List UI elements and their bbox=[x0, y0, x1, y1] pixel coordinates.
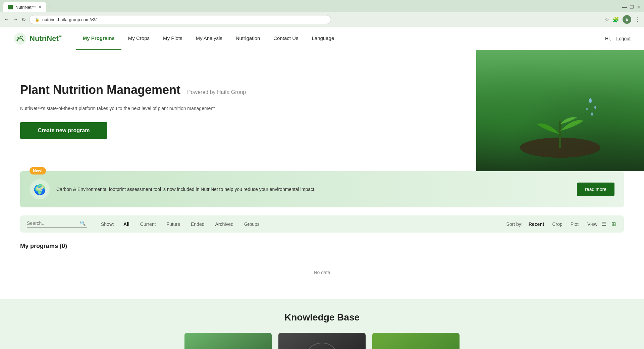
no-data-message: No data bbox=[20, 256, 624, 289]
filter-future[interactable]: Future bbox=[164, 220, 183, 228]
svg-point-6 bbox=[591, 112, 593, 116]
logo-text: NutriNet™ bbox=[30, 34, 63, 43]
new-feature-banner: New! 🌍 Carbon & Environmental footprint … bbox=[20, 171, 624, 207]
new-badge: New! bbox=[30, 167, 46, 174]
tab-close-button[interactable]: ✕ bbox=[39, 5, 42, 9]
hero-subtitle: Powered by Haifa Group bbox=[187, 89, 246, 95]
menu-icon[interactable]: ⋮ bbox=[635, 16, 640, 23]
search-icon: 🔍 bbox=[80, 220, 86, 226]
knowledge-card-1[interactable] bbox=[184, 333, 272, 349]
knowledge-base-section: Knowledge Base bbox=[0, 299, 644, 349]
extensions-icon[interactable]: 🧩 bbox=[612, 16, 619, 23]
sort-section: Sort by: Recent Crop Plot bbox=[506, 220, 580, 228]
lock-icon: 🔒 bbox=[35, 17, 40, 22]
create-program-button[interactable]: Create new program bbox=[20, 122, 107, 139]
address-bar[interactable]: 🔒 nutrinet.haifa-group.com/v3/ bbox=[29, 15, 331, 24]
reload-button[interactable]: ↻ bbox=[21, 16, 26, 23]
svg-point-7 bbox=[586, 108, 588, 110]
knowledge-card-2[interactable] bbox=[278, 333, 366, 349]
hero-title: Plant Nutrition Management Powered by Ha… bbox=[20, 83, 456, 97]
filter-archived[interactable]: Archived bbox=[212, 220, 236, 228]
nav-my-programs[interactable]: My Programs bbox=[76, 27, 121, 50]
tab-favicon bbox=[8, 5, 13, 9]
svg-rect-13 bbox=[372, 333, 460, 349]
sort-recent[interactable]: Recent bbox=[527, 220, 546, 228]
address-bar-row: ← → ↻ 🔒 nutrinet.haifa-group.com/v3/ ☆ 🧩… bbox=[0, 12, 644, 27]
sort-plot[interactable]: Plot bbox=[569, 220, 581, 228]
knowledge-base-title: Knowledge Base bbox=[20, 312, 624, 323]
profile-avatar[interactable]: E bbox=[623, 15, 631, 24]
app-header: NutriNet™ My Programs My Crops My Plots … bbox=[0, 27, 644, 50]
svg-rect-10 bbox=[278, 333, 366, 349]
hero-image bbox=[476, 50, 644, 171]
tab-bar: NutriNet™ ✕ + — ❐ ✕ bbox=[0, 0, 644, 12]
nav-language[interactable]: Language bbox=[305, 27, 341, 50]
bookmark-icon[interactable]: ☆ bbox=[604, 16, 609, 23]
svg-point-4 bbox=[589, 98, 592, 103]
nav-contact-us[interactable]: Contact Us bbox=[267, 27, 305, 50]
knowledge-cards bbox=[20, 333, 624, 349]
filter-groups[interactable]: Groups bbox=[241, 220, 262, 228]
hero-content: Plant Nutrition Management Powered by Ha… bbox=[0, 50, 476, 171]
list-view-button[interactable]: ☰ bbox=[600, 219, 607, 229]
nav-my-analysis[interactable]: My Analysis bbox=[189, 27, 229, 50]
filter-options: All Current Future Ended Archived Groups bbox=[121, 220, 262, 228]
nav-my-crops[interactable]: My Crops bbox=[121, 27, 156, 50]
globe-icon: 🌍 bbox=[30, 179, 50, 199]
back-button[interactable]: ← bbox=[4, 16, 9, 22]
logo-area: NutriNet™ bbox=[13, 32, 63, 45]
tab-title: NutriNet™ bbox=[15, 5, 36, 10]
filter-current[interactable]: Current bbox=[138, 220, 159, 228]
hero-section: Plant Nutrition Management Powered by Ha… bbox=[0, 50, 644, 171]
active-tab[interactable]: NutriNet™ ✕ bbox=[3, 2, 46, 12]
programs-title: My programs (0) bbox=[20, 243, 624, 250]
filter-bar: 🔍 Show: All Current Future Ended Archive… bbox=[20, 215, 624, 233]
svg-point-5 bbox=[594, 106, 596, 109]
browser-chrome: NutriNet™ ✕ + — ❐ ✕ ← → ↻ 🔒 nutrinet.hai… bbox=[0, 0, 644, 27]
plant-illustration bbox=[476, 50, 644, 171]
filter-all[interactable]: All bbox=[121, 220, 132, 228]
logout-link[interactable]: Logout bbox=[616, 36, 631, 41]
close-button[interactable]: ✕ bbox=[637, 4, 641, 10]
browser-actions: ☆ 🧩 E ⋮ bbox=[604, 15, 640, 24]
svg-rect-8 bbox=[184, 333, 272, 349]
programs-section: My programs (0) No data bbox=[20, 243, 624, 299]
show-label: Show: bbox=[101, 221, 114, 227]
nav-my-plots[interactable]: My Plots bbox=[156, 27, 189, 50]
maximize-button[interactable]: ❐ bbox=[630, 4, 634, 10]
window-controls: — ❐ ✕ bbox=[622, 4, 641, 10]
sort-crop[interactable]: Crop bbox=[550, 220, 564, 228]
forward-button[interactable]: → bbox=[13, 16, 18, 22]
filter-divider bbox=[94, 220, 94, 228]
hero-description: NutriNet™'s state-of-the-art platform ta… bbox=[20, 105, 456, 112]
header-right: Hi, Logout bbox=[605, 36, 631, 41]
banner-text: Carbon & Environmental footprint assessm… bbox=[56, 186, 570, 193]
main-nav: My Programs My Crops My Plots My Analysi… bbox=[76, 27, 341, 50]
grid-view-button[interactable]: ⊞ bbox=[610, 219, 617, 229]
view-label: View bbox=[587, 221, 597, 227]
sort-label: Sort by: bbox=[506, 221, 522, 227]
main-content: New! 🌍 Carbon & Environmental footprint … bbox=[0, 171, 644, 299]
new-tab-button[interactable]: + bbox=[48, 4, 52, 11]
view-section: View ☰ ⊞ bbox=[587, 219, 617, 229]
nav-nutrigation[interactable]: Nutrigation bbox=[229, 27, 267, 50]
minimize-button[interactable]: — bbox=[622, 4, 627, 10]
url-text: nutrinet.haifa-group.com/v3/ bbox=[42, 17, 97, 22]
search-box: 🔍 bbox=[27, 220, 87, 228]
knowledge-card-3[interactable] bbox=[372, 333, 460, 349]
search-input[interactable] bbox=[27, 220, 77, 226]
logo-svg bbox=[13, 32, 27, 45]
read-more-button[interactable]: read more bbox=[577, 183, 614, 196]
greeting-text: Hi, bbox=[605, 36, 611, 41]
filter-ended[interactable]: Ended bbox=[188, 220, 207, 228]
